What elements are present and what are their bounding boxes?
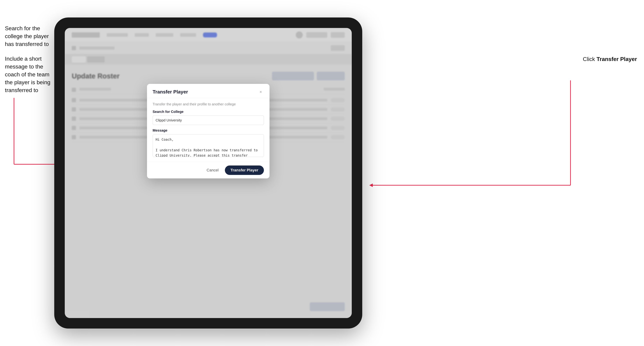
annotation-right: Click Transfer Player	[583, 56, 637, 62]
message-label: Message	[152, 128, 264, 133]
modal-dialog: Transfer Player × Transfer the player an…	[147, 84, 270, 178]
modal-close-button[interactable]: ×	[258, 89, 264, 95]
annotation-right-bold: Transfer Player	[596, 56, 637, 62]
annotation-right-prefix: Click	[583, 56, 596, 62]
modal-body: Transfer the player and their profile to…	[147, 98, 270, 162]
modal-subtitle: Transfer the player and their profile to…	[152, 102, 264, 106]
svg-marker-5	[369, 183, 373, 187]
annotation-left: Search for the college the player has tr…	[5, 24, 54, 101]
annotation-text-2: Include a short message to the coach of …	[5, 55, 54, 94]
modal-title: Transfer Player	[152, 89, 188, 95]
annotation-text-1: Search for the college the player has tr…	[5, 24, 54, 48]
message-textarea[interactable]: Hi Coach, I understand Chris Robertson h…	[152, 134, 264, 157]
cancel-button[interactable]: Cancel	[203, 166, 222, 174]
search-college-input[interactable]	[152, 116, 264, 125]
transfer-player-button[interactable]: Transfer Player	[225, 166, 264, 175]
modal-header: Transfer Player ×	[147, 84, 270, 98]
modal-overlay: Transfer Player × Transfer the player an…	[65, 28, 352, 318]
search-college-label: Search for College	[152, 110, 264, 114]
ipad-device: Update Roster	[54, 17, 362, 329]
ipad-screen: Update Roster	[65, 28, 352, 318]
modal-footer: Cancel Transfer Player	[147, 162, 270, 178]
